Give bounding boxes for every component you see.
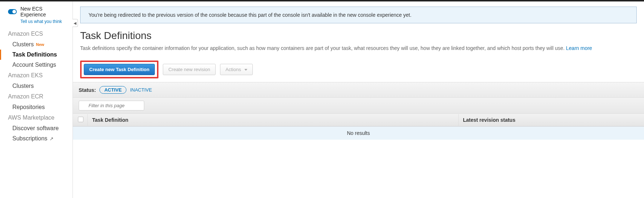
nav-group-ecs: Amazon ECS	[0, 28, 72, 39]
status-bar: Status: ACTIVE INACTIVE	[73, 82, 644, 98]
create-task-definition-button[interactable]: Create new Task Definition	[84, 64, 155, 75]
sidebar-item-clusters-ecs[interactable]: Clusters New	[0, 39, 72, 50]
column-task-definition[interactable]: Task Definition	[87, 114, 458, 126]
sidebar-item-discover-software[interactable]: Discover software	[0, 123, 72, 133]
sidebar-item-account-settings[interactable]: Account Settings	[0, 60, 72, 70]
nav-group-eks: Amazon EKS	[0, 70, 72, 81]
learn-more-link[interactable]: Learn more	[566, 45, 592, 51]
new-experience-toggle[interactable]	[8, 9, 17, 14]
status-filter-active[interactable]: ACTIVE	[99, 86, 126, 94]
external-link-icon: ↗	[50, 136, 54, 141]
new-experience-toggle-row: New ECS Experience	[0, 6, 72, 19]
sidebar-item-label: Clusters	[12, 41, 34, 48]
nav-group-ecr: Amazon ECR	[0, 91, 72, 102]
table-header: Task Definition Latest revision status	[73, 114, 644, 127]
nav-group-marketplace: AWS Marketplace	[0, 112, 72, 123]
select-all-checkbox[interactable]	[78, 117, 83, 122]
page-description-text: Task definitions specify the container i…	[80, 45, 565, 51]
sidebar-item-repositories[interactable]: Repositories	[0, 102, 72, 112]
page-title: Task Definitions	[80, 30, 644, 42]
sidebar-item-label: Repositories	[12, 104, 45, 110]
filter-input[interactable]	[79, 101, 144, 110]
create-revision-button[interactable]: Create new revision	[163, 64, 216, 75]
main-content: You're being redirected to the previous …	[73, 1, 644, 198]
no-results-row: No results	[73, 127, 644, 140]
action-row: Create new Task Definition Create new re…	[80, 61, 644, 82]
new-badge: New	[36, 42, 44, 47]
column-latest-revision-status[interactable]: Latest revision status	[458, 114, 644, 126]
sidebar: New ECS Experience Tell us what you thin…	[0, 1, 73, 198]
sidebar-collapse-button[interactable]: ◀	[72, 19, 78, 27]
sidebar-item-task-definitions[interactable]: Task Definitions	[0, 50, 72, 60]
actions-dropdown-button[interactable]: Actions	[220, 64, 253, 75]
sidebar-item-clusters-eks[interactable]: Clusters	[0, 81, 72, 91]
chevron-down-icon	[244, 69, 247, 71]
highlight-annotation: Create new Task Definition	[80, 61, 158, 78]
redirect-banner: You're being redirected to the previous …	[80, 7, 637, 23]
filter-icon	[79, 101, 144, 110]
status-filter-inactive[interactable]: INACTIVE	[130, 87, 152, 93]
new-experience-label: New ECS Experience	[20, 6, 69, 18]
sidebar-item-label: Clusters	[12, 83, 34, 89]
status-label: Status:	[79, 87, 96, 93]
sidebar-item-subscriptions[interactable]: Subscriptions ↗	[0, 133, 72, 144]
sidebar-item-label: Task Definitions	[12, 51, 57, 58]
filter-bar	[73, 98, 644, 114]
sidebar-item-label: Subscriptions	[12, 135, 47, 142]
sidebar-item-label: Account Settings	[12, 62, 56, 68]
actions-dropdown-label: Actions	[225, 67, 241, 72]
page-description: Task definitions specify the container i…	[80, 45, 644, 51]
select-all-cell	[73, 114, 87, 126]
sidebar-item-label: Discover software	[12, 125, 59, 132]
feedback-link[interactable]: Tell us what you think	[0, 19, 72, 24]
